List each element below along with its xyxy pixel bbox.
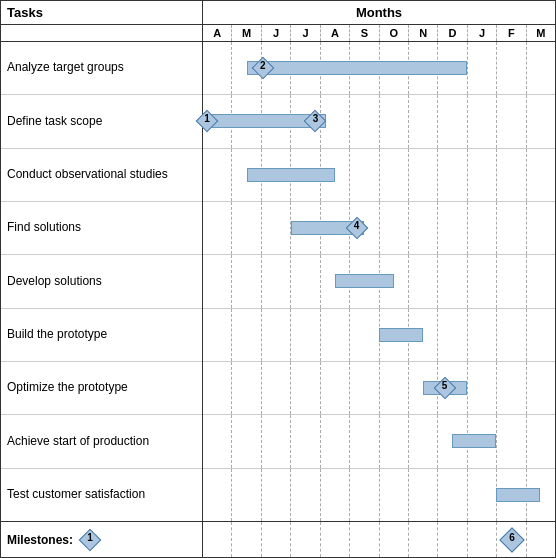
months-row: AMJJASONDJFM [1,25,555,42]
milestone-4: 4 [346,217,368,239]
month-headers: AMJJASONDJFM [203,25,555,41]
gantt-bar-row2 [247,168,335,182]
gantt-row-t9 [203,469,555,521]
tasks-column-header: Tasks [1,1,203,24]
gantt-bar-row4 [335,274,394,288]
task-label-t3: Conduct observational studies [1,149,202,202]
gantt-row-t7: 5 [203,362,555,415]
task-label-t8: Achieve start of production [1,415,202,468]
month-col-m-11: M [527,25,555,41]
tasks-column: Analyze target groupsDefine task scopeCo… [1,42,203,521]
gantt-area: 21345 [203,42,555,521]
month-col-j-3: J [291,25,320,41]
task-label-t6: Build the prototype [1,309,202,362]
task-label-t9: Test customer satisfaction [1,469,202,521]
months-header: Months [203,1,555,24]
gantt-row-t3 [203,149,555,202]
month-col-a-4: A [321,25,350,41]
gantt-bar-row0 [247,61,467,75]
month-col-j-2: J [262,25,291,41]
milestone-3: 3 [304,110,326,132]
task-label-t5: Develop solutions [1,255,202,308]
milestone-footer-6: 6 [500,528,524,552]
month-col-m-1: M [232,25,261,41]
task-label-t1: Analyze target groups [1,42,202,95]
task-label-t7: Optimize the prototype [1,362,202,415]
body-area: Analyze target groupsDefine task scopeCo… [1,42,555,521]
footer-row: Milestones: 1 6 [1,521,555,557]
month-col-s-5: S [350,25,379,41]
gantt-bar-row8 [496,488,540,502]
gantt-chart: Tasks Months AMJJASONDJFM Analyze target… [0,0,556,558]
milestones-text: Milestones: [7,533,73,547]
header-area: Tasks Months [1,1,555,25]
gantt-bar-row5 [379,328,423,342]
month-col-f-10: F [497,25,526,41]
footer-gantt: 6 [203,521,555,557]
gantt-row-t1: 2 [203,42,555,95]
milestones-label: Milestones: 1 [1,521,203,557]
gantt-row-t6 [203,309,555,362]
month-col-j-9: J [468,25,497,41]
milestone-5: 5 [434,377,456,399]
gantt-row-t2: 13 [203,95,555,148]
milestone-2: 2 [252,57,274,79]
gantt-bar-row7 [452,434,496,448]
gantt-row-t5 [203,255,555,308]
month-col-o-6: O [380,25,409,41]
gantt-row-t8 [203,415,555,468]
milestone-1: 1 [196,110,218,132]
month-col-d-8: D [438,25,467,41]
tasks-label-spacer [1,25,203,41]
month-col-n-7: N [409,25,438,41]
task-label-t2: Define task scope [1,95,202,148]
task-label-t4: Find solutions [1,202,202,255]
month-col-a-0: A [203,25,232,41]
footer-milestone-icon: 1 [79,529,101,551]
gantt-row-t4: 4 [203,202,555,255]
